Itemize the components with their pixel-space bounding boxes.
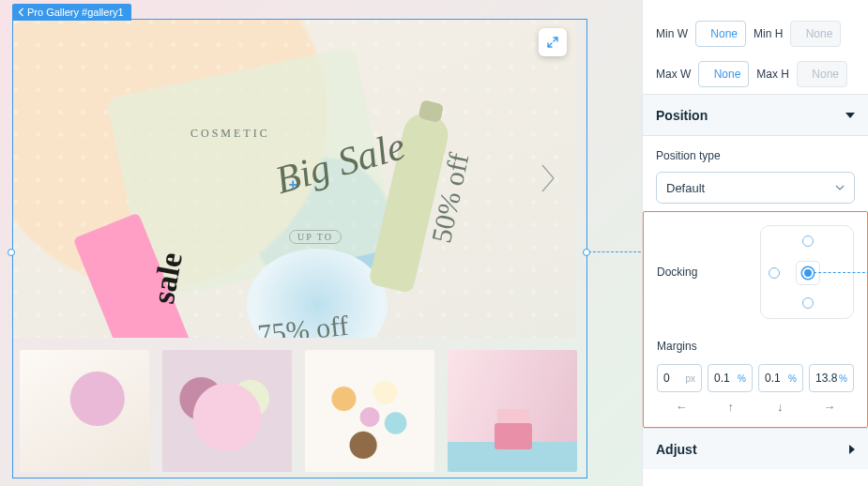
chevron-left-icon <box>18 8 24 17</box>
triangle-right-icon <box>849 445 855 454</box>
docking-guide-line <box>588 251 641 252</box>
min-height-label: Min H <box>754 27 783 40</box>
position-type-value: Default <box>666 181 705 195</box>
min-height-input: None <box>790 21 841 47</box>
margin-arrows: ← ↑ ↓ → <box>657 400 854 414</box>
dock-top[interactable] <box>802 235 814 247</box>
docking-line <box>814 272 868 273</box>
margin-arrow-down[interactable]: ↓ <box>755 400 805 414</box>
inspector-panel: Min W None Min H None Max W None Max H N… <box>642 0 868 486</box>
triangle-down-icon <box>845 113 855 118</box>
position-section-body: Position type Default <box>643 135 868 204</box>
margin-arrow-right[interactable]: → <box>805 400 855 414</box>
max-width-label: Max W <box>656 68 691 81</box>
min-width-label: Min W <box>656 27 688 40</box>
adjust-section-title: Adjust <box>656 442 697 457</box>
max-width-row: Max W None Max H None <box>643 53 868 94</box>
max-width-input[interactable]: None <box>698 61 749 87</box>
max-height-label: Max H <box>756 68 789 81</box>
margin-arrow-up[interactable]: ↑ <box>707 400 756 414</box>
margin-left-input[interactable]: 13.8 % <box>809 364 854 392</box>
max-height-input: None <box>797 61 847 87</box>
resize-handle-right[interactable] <box>583 249 590 256</box>
selection-label-text: Pro Gallery #gallery1 <box>27 7 124 18</box>
position-section-header[interactable]: Position <box>643 94 868 135</box>
position-type-select[interactable]: Default <box>656 172 855 204</box>
margins-row: 0 px 0.1 % 0.1 % 13.8 % <box>657 364 854 392</box>
adjust-section-header[interactable]: Adjust <box>643 428 868 469</box>
margin-right-input[interactable]: 0.1 % <box>708 364 753 392</box>
editor-canvas[interactable]: Pro Gallery #gallery1 COSMETIC Big Sale … <box>0 0 642 486</box>
position-section-title: Position <box>656 108 708 123</box>
selection-label[interactable]: Pro Gallery #gallery1 <box>12 4 131 21</box>
margin-bottom-input[interactable]: 0.1 % <box>758 364 803 392</box>
min-width-input[interactable]: None <box>695 21 746 47</box>
chevron-down-icon <box>835 185 845 190</box>
margin-arrow-left[interactable]: ← <box>657 400 707 414</box>
docking-widget[interactable] <box>760 225 854 319</box>
position-type-label: Position type <box>656 149 855 162</box>
docking-label: Docking <box>657 266 697 279</box>
dock-left[interactable] <box>769 267 780 279</box>
resize-handle-left[interactable] <box>8 249 15 256</box>
margins-label: Margins <box>657 340 854 353</box>
margin-top-input[interactable]: 0 px <box>657 364 702 392</box>
dock-center[interactable] <box>802 267 814 279</box>
docking-margins-highlight: Docking Margins 0 px 0.1 % 0.1 <box>643 211 868 428</box>
selection-frame[interactable] <box>12 19 587 478</box>
dock-bottom[interactable] <box>802 297 814 309</box>
min-width-row: Min W None Min H None <box>643 13 868 53</box>
